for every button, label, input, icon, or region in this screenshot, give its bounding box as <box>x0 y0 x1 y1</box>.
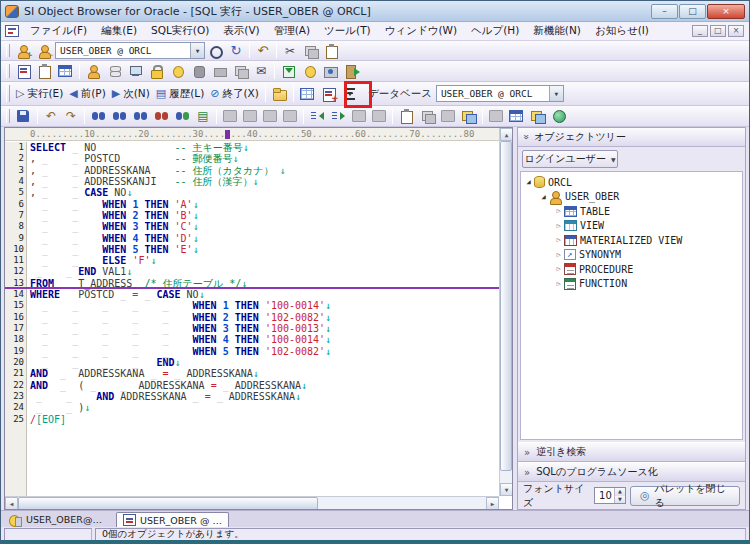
expander-icon[interactable]: ▷ <box>554 236 563 244</box>
import-button[interactable] <box>278 62 299 80</box>
toolbar-grip[interactable] <box>6 109 10 123</box>
mdi-close-button[interactable]: × <box>728 25 744 37</box>
reverse-search-panel-header[interactable]: »逆引き検索 <box>518 442 745 462</box>
next-sql-button[interactable]: ▶次(N) <box>109 84 153 104</box>
object-tree-header[interactable]: »オブジェクトツリー <box>518 128 745 147</box>
editor-line[interactable]: 13FROM T_ADDRESS /* 住所テーブル */↓ <box>5 278 499 289</box>
database-combobox[interactable]: USER_OBER @ ORCL▼ <box>436 85 564 102</box>
recycle-bin-button[interactable] <box>188 62 209 80</box>
flashback-button[interactable] <box>209 62 230 80</box>
mdi-restore-button[interactable]: □ <box>710 25 726 37</box>
close-palette-button[interactable]: ◎パレットを閉じる <box>630 486 740 506</box>
scroll-up-icon[interactable]: ▲ <box>500 128 513 141</box>
editor-line[interactable]: 8 _ _ WHEN 3 THEN 'C'↓ <box>5 221 499 232</box>
restore-button[interactable]: □ <box>679 4 706 19</box>
unindent-button[interactable] <box>307 107 328 125</box>
spin-down-icon[interactable]: ▼ <box>615 496 625 504</box>
disabled-button-8[interactable] <box>486 107 506 125</box>
disabled-button-7[interactable] <box>438 107 458 125</box>
editor-line[interactable]: 22AND _ ( _ _ ADDRESSKANA = _ ADDRESSKAN… <box>5 380 499 391</box>
menu-item-9[interactable]: お知らせ(I) <box>588 22 656 40</box>
expander-icon[interactable]: ▷ <box>554 251 563 259</box>
sql-to-source-panel-header[interactable]: »SQLのプログラムソース化 <box>518 462 745 482</box>
redo-edit-button[interactable]: ↷ <box>61 107 81 125</box>
rollback-button[interactable]: ↻ <box>226 42 246 60</box>
tree-item-table[interactable]: ▷TABLE <box>521 204 742 219</box>
scroll-left-icon[interactable]: ◀ <box>5 497 18 510</box>
disabled-button-1[interactable] <box>220 107 240 125</box>
editor-line[interactable]: 11 _ _ ELSE 'F'↓ <box>5 255 499 266</box>
script-button[interactable] <box>34 62 55 80</box>
undo-button[interactable]: ↶ <box>253 42 273 60</box>
editor-line[interactable]: 5, _ _ CASE NO↓ <box>5 187 499 198</box>
editor-line[interactable]: 16 _ _ _ _ _ WHEN 2 THEN '102-0082'↓ <box>5 312 499 323</box>
terminate-button[interactable]: ⊘終了(X) <box>207 84 262 104</box>
expander-icon[interactable]: ◢ <box>539 193 548 201</box>
editor-line[interactable]: 10 _ _ WHEN 5 THEN 'E'↓ <box>5 244 499 255</box>
palette-button[interactable] <box>527 107 548 125</box>
editor-line[interactable]: 1SELECT _ NO -- 主キー番号↓ <box>5 142 499 153</box>
scroll-right-icon[interactable]: ▶ <box>486 497 499 510</box>
minimize-button[interactable]: – <box>651 4 678 19</box>
tree-item-orcl[interactable]: ◢ORCL <box>521 175 742 190</box>
paste-button[interactable] <box>321 42 342 60</box>
tree-item-synonym[interactable]: ▷SYNONYM <box>521 248 742 263</box>
login-user-dropdown[interactable]: ログインユーザー▼ <box>522 150 618 168</box>
editor-line[interactable]: 6 _ _ WHEN 1 THEN 'A'↓ <box>5 199 499 210</box>
role-button[interactable] <box>146 62 167 80</box>
disconnect-user-button[interactable]: − <box>34 42 55 60</box>
editor-line[interactable]: 24 _ _ )↓ <box>5 402 499 413</box>
expander-icon[interactable]: ▷ <box>554 222 563 230</box>
disabled-button-3[interactable] <box>260 107 280 125</box>
replace-button[interactable] <box>151 107 172 125</box>
goto-line-button[interactable]: ▤ <box>193 107 213 125</box>
vscroll-thumb[interactable] <box>500 141 512 471</box>
disabled-button-5[interactable] <box>349 107 369 125</box>
table-ref-button[interactable] <box>506 107 527 125</box>
tab-object-list[interactable]: USER_OBER@… <box>3 512 108 527</box>
editor-line[interactable]: 3, _ _ ADDRESSKANA -- 住所（カタカナ） ↓ <box>5 165 499 176</box>
menu-item-3[interactable]: 表示(V) <box>216 22 266 40</box>
spin-up-icon[interactable]: ▲ <box>615 488 625 496</box>
scroll-down-icon[interactable]: ▼ <box>500 483 513 496</box>
comment-button[interactable] <box>396 107 417 125</box>
tree-item-view[interactable]: ▷VIEW <box>521 219 742 234</box>
capture-button[interactable] <box>320 62 341 80</box>
tab-sql-exec[interactable]: USER_OBER @ … <box>116 512 229 527</box>
undo-edit-button[interactable]: ↶ <box>41 107 61 125</box>
editor-lines[interactable]: 1SELECT _ NO -- 主キー番号↓2, _ _ POSTCD -- 郵… <box>5 142 499 496</box>
expander-icon[interactable]: ▷ <box>554 280 563 288</box>
prev-sql-button[interactable]: ◀前(P) <box>66 84 109 104</box>
editor-line[interactable]: 17 _ _ _ _ _ WHEN 3 THEN '100-0013'↓ <box>5 323 499 334</box>
expander-icon[interactable]: ▷ <box>554 207 563 215</box>
editor-line[interactable]: 19 _ _ _ _ _ WHEN 5 THEN '102-0082'↓ <box>5 346 499 357</box>
close-button[interactable]: × <box>707 4 745 19</box>
editor-line[interactable]: 2, _ _ POSTCD -- 郵便番号↓ <box>5 153 499 164</box>
menu-item-2[interactable]: SQL実行(O) <box>144 22 216 40</box>
mdi-minimize-button[interactable]: _ <box>692 25 708 37</box>
mail-button[interactable]: ✉ <box>251 62 271 80</box>
save-button[interactable] <box>13 107 34 125</box>
tablespace-button[interactable] <box>104 62 125 80</box>
new-sql-button[interactable]: + <box>318 84 339 104</box>
editor-line[interactable]: 12 _ _ END VAL1↓ <box>5 266 499 277</box>
export-button[interactable] <box>299 62 320 80</box>
disabled-button-2[interactable] <box>240 107 260 125</box>
combo-dropdown-icon[interactable]: ▼ <box>549 86 563 101</box>
dictionary-button[interactable] <box>458 107 479 125</box>
font-size-spinner[interactable]: 10 ▲▼ <box>594 487 626 504</box>
session-manager-button[interactable] <box>125 62 146 80</box>
menu-item-6[interactable]: ウィンドウ(W) <box>378 22 464 40</box>
find-in-files-button[interactable] <box>172 107 193 125</box>
editor-line[interactable]: 14WHERE POSTCD _ = _ CASE NO↓ <box>5 289 499 300</box>
editor-line[interactable]: 21AND _ ADDRESSKANA _ = _ ADDRESSKANA↓ <box>5 368 499 379</box>
tree-item-user_ober[interactable]: ◢USER_OBER <box>521 190 742 205</box>
expander-icon[interactable]: ◢ <box>524 178 533 186</box>
find-next-button[interactable] <box>109 107 130 125</box>
connect-user-button[interactable]: + <box>13 42 34 60</box>
profile-button[interactable] <box>167 62 188 80</box>
expander-icon[interactable]: ▷ <box>554 265 563 273</box>
menu-item-5[interactable]: ツール(T) <box>317 22 378 40</box>
object-tree[interactable]: ◢ORCL◢USER_OBER▷TABLE▷VIEW▷MATERIALIZED … <box>520 171 743 440</box>
mdi-document-icon[interactable] <box>5 25 19 37</box>
